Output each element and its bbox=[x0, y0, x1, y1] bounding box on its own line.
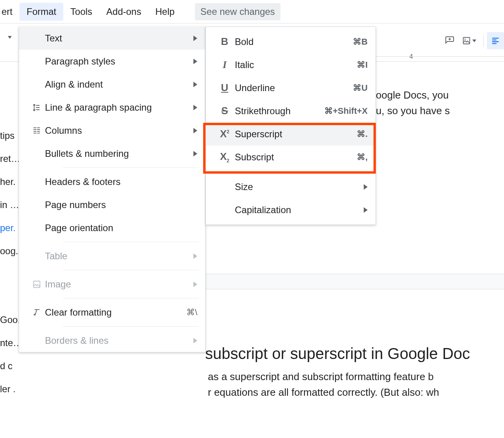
clear-format-icon bbox=[29, 308, 45, 317]
menu-insert-partial[interactable]: ert bbox=[0, 3, 20, 21]
insert-image-button[interactable] bbox=[458, 32, 480, 49]
text-size[interactable]: Size bbox=[206, 175, 375, 198]
format-headers-footers[interactable]: Headers & footers bbox=[19, 170, 205, 193]
menu-separator bbox=[63, 270, 199, 270]
bold-icon: B bbox=[214, 36, 235, 48]
sidebar-fragment: nte… bbox=[0, 337, 18, 349]
submenu-arrow-icon bbox=[193, 338, 197, 343]
svg-rect-0 bbox=[463, 38, 470, 44]
see-new-changes[interactable]: See new changes bbox=[195, 3, 281, 20]
subscript-icon: X2 bbox=[214, 151, 235, 163]
italic-icon: I bbox=[214, 59, 235, 71]
submenu-arrow-icon bbox=[364, 184, 368, 190]
doc-text-fragment: u, so you have s bbox=[376, 105, 450, 117]
add-comment-button[interactable] bbox=[441, 32, 458, 49]
sidebar-link-fragment[interactable]: per. bbox=[0, 223, 18, 234]
align-left-button[interactable] bbox=[487, 32, 504, 49]
toolbar-right bbox=[441, 32, 504, 49]
doc-text-fragment: as a superscript and subscript formattin… bbox=[208, 371, 434, 383]
menu-help[interactable]: Help bbox=[148, 3, 181, 21]
format-menu: Text Paragraph styles Align & indent Lin… bbox=[19, 27, 206, 352]
underline-icon: U bbox=[214, 82, 235, 94]
format-page-numbers[interactable]: Page numbers bbox=[19, 193, 205, 216]
menu-separator bbox=[63, 298, 199, 298]
format-page-orientation[interactable]: Page orientation bbox=[19, 216, 205, 239]
format-align-indent[interactable]: Align & indent bbox=[19, 73, 205, 96]
menu-separator bbox=[63, 326, 199, 327]
menu-separator bbox=[63, 167, 199, 168]
svg-rect-2 bbox=[34, 281, 40, 287]
submenu-arrow-icon bbox=[193, 128, 197, 133]
text-subscript[interactable]: X2 Subscript ⌘, bbox=[206, 145, 375, 169]
format-table: Table bbox=[19, 244, 205, 267]
text-submenu: B Bold ⌘B I Italic ⌘I U Underline ⌘U S S… bbox=[206, 27, 376, 225]
submenu-arrow-icon bbox=[193, 82, 197, 87]
menu-separator bbox=[235, 172, 369, 172]
superscript-icon: X2 bbox=[214, 128, 235, 140]
menu-tools[interactable]: Tools bbox=[63, 3, 99, 21]
text-underline[interactable]: U Underline ⌘U bbox=[206, 76, 375, 99]
format-line-spacing[interactable]: Line & paragraph spacing bbox=[19, 96, 205, 119]
image-icon bbox=[29, 280, 45, 289]
format-paragraph-styles[interactable]: Paragraph styles bbox=[19, 50, 205, 73]
submenu-arrow-icon bbox=[193, 151, 197, 156]
menu-format[interactable]: Format bbox=[20, 3, 63, 21]
format-text[interactable]: Text bbox=[19, 27, 205, 50]
submenu-arrow-icon bbox=[193, 36, 197, 41]
text-superscript[interactable]: X2 Superscript ⌘. bbox=[206, 122, 375, 145]
ruler-border bbox=[376, 56, 504, 57]
sidebar-fragment: ler . bbox=[0, 384, 18, 395]
text-bold[interactable]: B Bold ⌘B bbox=[206, 30, 375, 53]
doc-text-fragment: r equations are all formatted correctly.… bbox=[208, 386, 439, 399]
format-clear-formatting[interactable]: Clear formatting ⌘\ bbox=[19, 301, 205, 324]
strikethrough-icon: S bbox=[214, 105, 235, 117]
sidebar-fragment: her. bbox=[0, 176, 18, 188]
toolbar-divider bbox=[483, 34, 484, 47]
ruler-mark-4: 4 bbox=[409, 53, 413, 60]
submenu-arrow-icon bbox=[193, 59, 197, 64]
menu-bar: ert Format Tools Add-ons Help See new ch… bbox=[0, 0, 504, 23]
submenu-arrow-icon bbox=[193, 253, 197, 259]
format-columns[interactable]: Columns bbox=[19, 119, 205, 142]
sidebar-fragment: d c bbox=[0, 361, 18, 372]
submenu-arrow-icon bbox=[193, 282, 197, 287]
menu-addons[interactable]: Add-ons bbox=[99, 3, 148, 21]
format-image: Image bbox=[19, 273, 205, 296]
sidebar-fragment: Goo. bbox=[0, 314, 18, 326]
submenu-arrow-icon bbox=[193, 105, 197, 110]
format-borders-lines: Borders & lines bbox=[19, 329, 205, 352]
columns-icon bbox=[29, 126, 45, 135]
doc-heading: subscript or superscript in Google Doc bbox=[205, 345, 470, 363]
toolbar-dropdown-partial[interactable] bbox=[6, 36, 12, 39]
sidebar-fragment: in … bbox=[0, 199, 18, 211]
sidebar-fragment: tips bbox=[0, 130, 18, 142]
doc-text-fragment: oogle Docs, you bbox=[376, 89, 449, 101]
line-spacing-icon bbox=[29, 103, 45, 112]
text-strikethrough[interactable]: S Strikethrough ⌘+Shift+X bbox=[206, 99, 375, 122]
sidebar-fragment: ret… bbox=[0, 153, 18, 165]
sidebar-fragment: oog. bbox=[0, 246, 18, 257]
submenu-arrow-icon bbox=[364, 207, 368, 213]
text-capitalization[interactable]: Capitalization bbox=[206, 198, 375, 221]
menu-separator bbox=[63, 242, 199, 242]
svg-point-1 bbox=[465, 39, 466, 40]
format-bullets-numbering[interactable]: Bullets & numbering bbox=[19, 142, 205, 165]
text-italic[interactable]: I Italic ⌘I bbox=[206, 53, 375, 76]
